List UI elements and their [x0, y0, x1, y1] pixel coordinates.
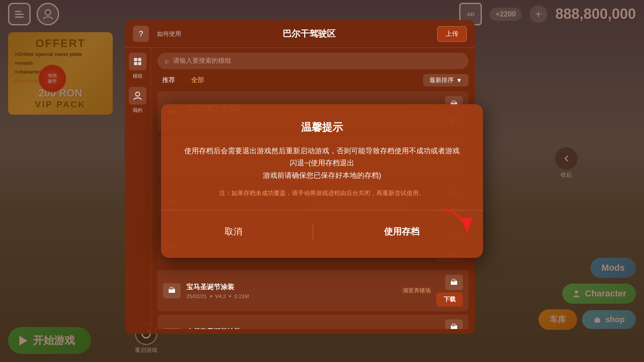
dialog-body-line2: 游戏前请确保您已保存好本地的存档)	[181, 169, 463, 182]
dialog-buttons: 取消 使用存档	[181, 222, 463, 242]
dialog-overlay: 温馨提示 使用存档后会需要退出游戏然后重新启动游戏，否则可能导致存档使用不成功或…	[0, 0, 644, 362]
dialog-title: 温馨提示	[181, 120, 463, 134]
dialog-body-line1: 使用存档后会需要退出游戏然后重新启动游戏，否则可能导致存档使用不成功或者游戏闪退…	[181, 145, 463, 169]
arrow-indicator	[427, 206, 475, 246]
confirm-button[interactable]: 使用存档	[368, 222, 436, 242]
button-divider	[313, 224, 313, 240]
dialog-body: 使用存档后会需要退出游戏然后重新启动游戏，否则可能导致存档使用不成功或者游戏闪退…	[181, 145, 463, 182]
cancel-button[interactable]: 取消	[208, 222, 258, 242]
dialog-note: 注：如果存档未成功覆盖，请手动将游戏进程由后台关闭，再重新尝试使用。	[181, 189, 463, 197]
dialog-box: 温馨提示 使用存档后会需要退出游戏然后重新启动游戏，否则可能导致存档使用不成功或…	[161, 104, 483, 258]
